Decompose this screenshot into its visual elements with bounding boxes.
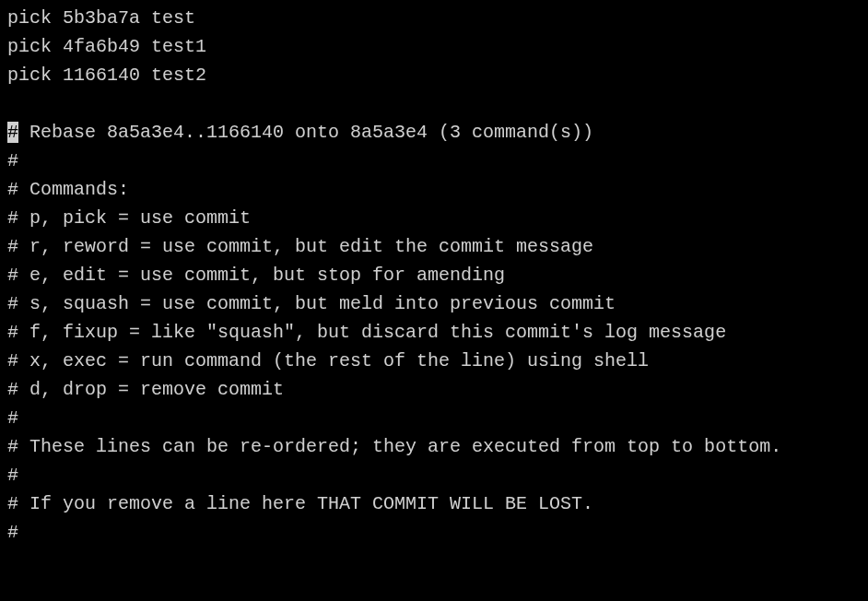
editor-line-text: # (7, 522, 18, 543)
editor-line-text: # e, edit = use commit, but stop for ame… (7, 265, 505, 286)
cursor-highlight: # (7, 122, 18, 143)
editor-line-text: # (7, 407, 18, 429)
editor-line-text: # These lines can be re-ordered; they ar… (7, 436, 781, 457)
editor-line[interactable]: # d, drop = remove commit (7, 375, 861, 404)
editor-line-text: # Commands: (7, 179, 129, 200)
editor-line[interactable]: # Rebase 8a5a3e4..1166140 onto 8a5a3e4 (… (7, 118, 861, 147)
editor-line[interactable]: # If you remove a line here THAT COMMIT … (7, 489, 861, 518)
editor-line-text: pick 5b3ba7a test (7, 7, 195, 29)
editor-line[interactable]: # (7, 461, 861, 489)
editor-line-text: # x, exec = run command (the rest of the… (7, 350, 649, 371)
editor-line[interactable]: # (7, 404, 861, 432)
editor-line[interactable]: pick 4fa6b49 test1 (7, 32, 861, 61)
editor-line-text: # d, drop = remove commit (7, 379, 284, 400)
editor-line[interactable]: # (7, 147, 861, 175)
editor-line-text: # p, pick = use commit (7, 207, 251, 229)
editor-line[interactable]: # Commands: (7, 175, 861, 204)
editor-line-text: pick 4fa6b49 test1 (7, 36, 206, 57)
editor-line[interactable]: # These lines can be re-ordered; they ar… (7, 432, 861, 461)
editor-line[interactable]: # f, fixup = like "squash", but discard … (7, 318, 861, 347)
editor-line[interactable]: # p, pick = use commit (7, 204, 861, 232)
editor-line-text: Rebase 8a5a3e4..1166140 onto 8a5a3e4 (3 … (18, 122, 593, 143)
editor-line-text: # (7, 150, 18, 171)
editor-line-text (7, 93, 18, 114)
editor-line-text: # If you remove a line here THAT COMMIT … (7, 493, 593, 514)
editor-line[interactable]: pick 5b3ba7a test (7, 4, 861, 32)
git-rebase-todo-editor[interactable]: pick 5b3ba7a testpick 4fa6b49 test1pick … (7, 4, 861, 547)
editor-line[interactable]: # r, reword = use commit, but edit the c… (7, 232, 861, 261)
editor-line[interactable] (7, 89, 861, 118)
editor-line[interactable]: pick 1166140 test2 (7, 61, 861, 89)
editor-line[interactable]: # (7, 518, 861, 547)
editor-line-text: # s, squash = use commit, but meld into … (7, 293, 616, 314)
editor-line[interactable]: # s, squash = use commit, but meld into … (7, 289, 861, 318)
editor-line-text: # f, fixup = like "squash", but discard … (7, 322, 726, 343)
editor-line[interactable]: # e, edit = use commit, but stop for ame… (7, 261, 861, 289)
editor-line-text: # r, reword = use commit, but edit the c… (7, 236, 593, 257)
editor-line-text: # (7, 465, 18, 486)
editor-line[interactable]: # x, exec = run command (the rest of the… (7, 347, 861, 375)
editor-line-text: pick 1166140 test2 (7, 65, 206, 86)
